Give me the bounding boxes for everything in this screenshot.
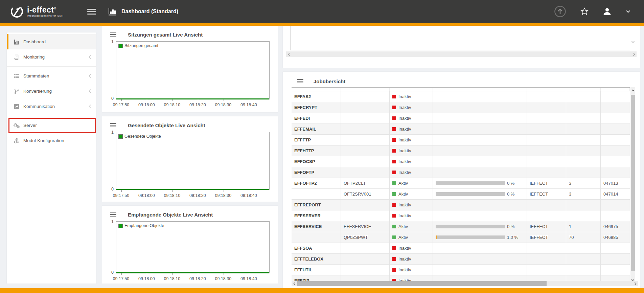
chart-legend[interactable]: Gesendete Objekte: [118, 134, 161, 139]
table-row[interactable]: EFFCRYPT Inaktiv: [292, 102, 630, 113]
top-panel-hscrollbar[interactable]: [286, 51, 637, 57]
sidebar-item-monitoring[interactable]: Monitoring: [7, 49, 96, 65]
table-row[interactable]: EFFOFTP2 OFTP2CLT Aktiv 0 % IEFFECT 3 04…: [292, 178, 630, 189]
table-row[interactable]: EFFFTP Inaktiv: [292, 135, 630, 145]
scroll-up-icon[interactable]: [630, 88, 635, 93]
app-logo[interactable]: i-effect® integrated solutions for IBM i: [9, 4, 77, 19]
status-square-icon: [392, 127, 396, 131]
job-table-hscrollbar[interactable]: [292, 281, 638, 286]
job-name-cell: [292, 189, 341, 199]
job-table-vscrollbar[interactable]: [630, 87, 635, 283]
bar-chart-icon: [108, 7, 117, 16]
number-cell: 046975: [601, 221, 630, 232]
table-row[interactable]: OFT2SRV001 Aktiv 0 % IEFFECT 3 047014: [292, 189, 630, 200]
x-axis-tick: [198, 190, 198, 192]
circle-arrow-up-icon[interactable]: [554, 5, 566, 18]
number-cell: [601, 167, 630, 178]
x-axis-label: 09:18:00: [133, 103, 160, 107]
accent-bar-bottom: [0, 288, 644, 293]
page-heading: Dashboard (Standard): [108, 7, 178, 16]
scroll-down-icon[interactable]: [631, 41, 635, 43]
x-axis-labels: 09:17:5009:18:0009:18:1009:18:2009:18:30…: [116, 193, 269, 199]
y-axis-tick-min: 0: [105, 270, 114, 275]
hscroll-thumb[interactable]: [297, 281, 547, 286]
scroll-left-icon[interactable]: [286, 52, 292, 56]
chart-panel: Sitzungen gesamt Live Ansicht 1 0 Sitzun…: [102, 26, 278, 112]
table-row[interactable]: EFFAS2 Inaktiv: [292, 91, 630, 102]
status-cell: Inaktiv: [390, 102, 433, 113]
table-row[interactable]: EFFEDI Inaktiv: [292, 113, 630, 124]
x-axis-label: 09:18:30: [210, 193, 237, 198]
status-cell: Inaktiv: [390, 124, 433, 134]
sidebar-item-server[interactable]: Server: [7, 118, 96, 133]
table-row[interactable]: EFFTELEBOX Inaktiv: [292, 254, 630, 265]
user-icon[interactable]: [603, 7, 612, 16]
chevron-left-icon: [89, 55, 91, 59]
sidebar-item-kommunikation[interactable]: Kommunikation: [7, 99, 96, 114]
star-icon[interactable]: [580, 7, 589, 16]
x-axis-label: 09:18:40: [235, 193, 262, 198]
job-cell: QP0ZSPWT: [341, 232, 390, 243]
table-row[interactable]: EFFUTIL Inaktiv: [292, 265, 630, 275]
x-axis-tick: [121, 190, 122, 192]
status-text: Inaktiv: [398, 159, 411, 164]
scroll-left-icon[interactable]: [292, 282, 297, 286]
chart-legend[interactable]: Sitzungen gesamt: [118, 43, 158, 48]
caret-down-icon[interactable]: [626, 10, 630, 13]
job-table-body: EFFAS2 Inaktiv EFFCRYPT Inaktiv EFFEDI: [292, 91, 630, 286]
job-cell: [341, 265, 390, 275]
status-cell: Aktiv: [390, 189, 433, 199]
vscroll-thumb[interactable]: [631, 95, 635, 271]
job-name-cell: EFFFTP: [292, 135, 341, 145]
job-name-cell: EFFSOA: [292, 243, 341, 253]
chevron-left-icon: [89, 104, 91, 109]
status-text: Aktiv: [398, 181, 408, 186]
number-cell: [601, 102, 630, 113]
number-cell: [601, 210, 630, 221]
table-row[interactable]: EFFEMAIL Inaktiv: [292, 124, 630, 135]
status-cell: Inaktiv: [390, 145, 433, 156]
status-text: Inaktiv: [398, 94, 411, 99]
job-table-header: [292, 88, 630, 91]
count-cell: [566, 124, 601, 134]
job-overview-panel: Jobübersicht EFFAS2 Inaktiv EFFCRYPT Ina…: [283, 72, 640, 288]
job-name-cell: EFFREPORT: [292, 200, 341, 210]
table-row[interactable]: QP0ZSPWT Aktiv 1.0 % IEFFECT 70 046985: [292, 232, 630, 243]
menu-icon[interactable]: [87, 7, 96, 16]
x-axis-tick: [224, 273, 224, 275]
x-axis-label: 09:18:00: [133, 193, 160, 198]
job-cell: [341, 135, 390, 145]
sidebar-item-konvertierung[interactable]: Konvertierung: [7, 84, 96, 99]
user-cell: [527, 91, 566, 102]
page-title: Dashboard (Standard): [121, 8, 178, 15]
table-row[interactable]: EFFHTTP Inaktiv: [292, 145, 630, 156]
status-cell: Inaktiv: [390, 135, 433, 145]
job-name-cell: EFFEDI: [292, 113, 341, 123]
table-row[interactable]: EFFOCSP Inaktiv: [292, 156, 630, 167]
table-row[interactable]: EFFSERVER Inaktiv: [292, 210, 630, 221]
chart-series-line: [116, 98, 269, 99]
table-row[interactable]: EFFREPORT Inaktiv: [292, 200, 630, 210]
chart-legend[interactable]: Empfangene Objekte: [118, 223, 164, 228]
sidebar-item-stammdaten[interactable]: Stammdaten: [7, 68, 96, 84]
book-icon: [14, 54, 19, 60]
count-cell: [566, 113, 601, 123]
table-row[interactable]: EFFSOA Inaktiv: [292, 243, 630, 254]
chart-plot-area: Empfangene Objekte: [116, 221, 270, 273]
sidebar-item-label: Stammdaten: [23, 73, 49, 78]
progress-cell: [433, 254, 527, 264]
table-row[interactable]: EFFSERVICE EFFSERVICE Aktiv 0 % IEFFECT …: [292, 221, 630, 232]
sidebar-item-dashboard[interactable]: Dashboard: [7, 34, 96, 49]
panel-menu-icon[interactable]: [297, 78, 303, 84]
scroll-right-icon[interactable]: [632, 282, 638, 286]
job-table: EFFAS2 Inaktiv EFFCRYPT Inaktiv EFFEDI: [292, 87, 630, 286]
sidebar-item-modul-konfiguration[interactable]: Modul-Konfiguration: [7, 133, 96, 148]
panel-menu-icon[interactable]: [110, 211, 116, 218]
panel-menu-icon[interactable]: [110, 31, 116, 38]
i-effect-logo-icon: [9, 4, 24, 19]
panel-menu-icon[interactable]: [110, 122, 116, 128]
table-row[interactable]: EFFOFTP Inaktiv: [292, 167, 630, 178]
share-icon: [14, 104, 19, 109]
scroll-right-icon[interactable]: [631, 52, 637, 56]
count-cell: [566, 91, 601, 102]
